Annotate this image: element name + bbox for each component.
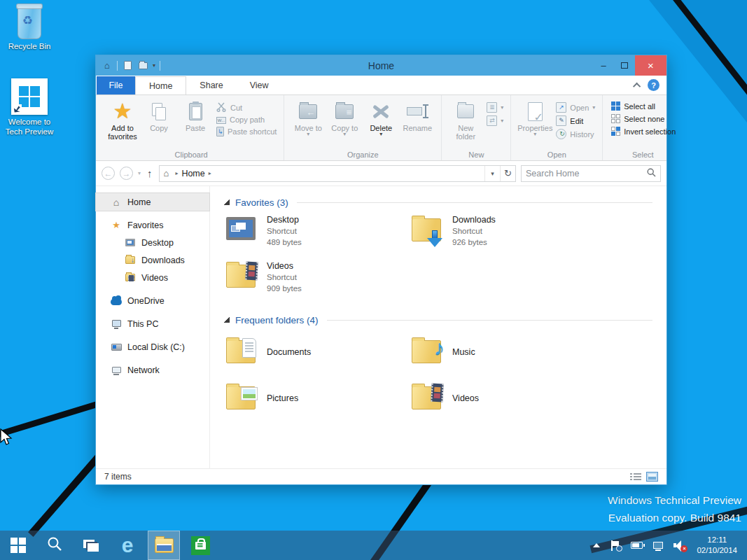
easy-access-button[interactable]: ⇄ ▾ bbox=[487, 115, 503, 126]
sidebar-item-onedrive[interactable]: OneDrive bbox=[96, 292, 209, 309]
tab-file[interactable]: File bbox=[97, 76, 135, 94]
sidebar-item-favorites[interactable]: ★ Favorites bbox=[96, 216, 209, 234]
copy-path-button[interactable]: W... Copy path bbox=[216, 115, 277, 124]
group-label-new: New bbox=[442, 150, 510, 159]
home-icon: ⌂ bbox=[111, 197, 122, 208]
collapse-triangle-icon[interactable] bbox=[224, 317, 230, 323]
battery-icon[interactable] bbox=[631, 542, 643, 549]
tile-pictures[interactable]: Pictures bbox=[225, 378, 411, 419]
forward-button[interactable]: → bbox=[120, 167, 133, 180]
recent-locations-caret-icon[interactable]: ▾ bbox=[138, 170, 141, 176]
details-view-button[interactable] bbox=[630, 472, 642, 482]
add-to-favorites-button[interactable]: ★ Add to favorites bbox=[104, 99, 141, 141]
ribbon-group-clipboard: ★ Add to favorites Copy Paste bbox=[99, 95, 284, 160]
minimize-ribbon-icon[interactable] bbox=[633, 82, 641, 90]
music-note-icon: ♪ bbox=[434, 336, 445, 360]
window-title: Home bbox=[96, 60, 666, 71]
copy-button[interactable]: Copy bbox=[141, 99, 177, 132]
volume-muted-icon[interactable]: × bbox=[673, 540, 686, 551]
welcome-tech-preview-desktop-icon[interactable]: Welcome to Tech Preview bbox=[1, 78, 57, 136]
open-button[interactable]: ↗ Open ▾ bbox=[556, 102, 595, 113]
properties-button[interactable]: Properties ▾ bbox=[517, 99, 553, 136]
select-all-button[interactable]: Select all bbox=[611, 102, 676, 111]
new-item-button[interactable]: ≣ ▾ bbox=[487, 102, 503, 113]
downloads-shortcut-icon bbox=[411, 214, 444, 247]
history-button[interactable]: ↻ History bbox=[556, 129, 595, 139]
address-bar[interactable]: ⌂ ▸ Home ▸ ▾ ↻ bbox=[159, 165, 516, 182]
address-dropdown-caret-icon[interactable]: ▾ bbox=[484, 166, 500, 181]
tile-desktop[interactable]: Desktop Shortcut 489 bytes bbox=[225, 214, 411, 255]
paste-shortcut-button[interactable]: Paste shortcut bbox=[216, 127, 277, 136]
easy-access-icon: ⇄ bbox=[487, 115, 497, 126]
tab-home[interactable]: Home bbox=[135, 76, 186, 94]
search-input[interactable] bbox=[526, 169, 647, 178]
group-label-organize: Organize bbox=[284, 150, 441, 159]
edit-button[interactable]: ✎ Edit bbox=[556, 115, 595, 126]
sidebar-item-this-pc[interactable]: This PC bbox=[96, 315, 209, 332]
breadcrumb-arrow-icon[interactable]: ▸ bbox=[175, 170, 178, 176]
rename-icon bbox=[407, 104, 428, 118]
sidebar-item-home[interactable]: ⌂ Home bbox=[96, 193, 209, 211]
minimize-button[interactable]: – bbox=[593, 55, 614, 76]
breadcrumb-home[interactable]: Home bbox=[181, 169, 204, 178]
recycle-bin-desktop-icon[interactable]: ♻ Recycle Bin bbox=[1, 6, 57, 51]
show-hidden-icons-button[interactable] bbox=[593, 543, 600, 547]
new-item-icon: ≣ bbox=[487, 102, 497, 113]
file-explorer-button[interactable] bbox=[148, 531, 180, 560]
task-view-button[interactable] bbox=[73, 531, 109, 560]
network-tray-icon[interactable] bbox=[653, 542, 663, 549]
new-folder-icon bbox=[457, 104, 474, 118]
tab-share[interactable]: Share bbox=[186, 76, 236, 94]
breadcrumb-arrow-icon[interactable]: ▸ bbox=[209, 170, 211, 176]
qat-properties-icon[interactable] bbox=[122, 60, 133, 71]
move-to-button[interactable]: ← Move to ▾ bbox=[290, 99, 326, 136]
sidebar-item-local-disk[interactable]: Local Disk (C:) bbox=[96, 338, 209, 356]
maximize-button[interactable] bbox=[614, 55, 635, 76]
action-center-flag-icon[interactable] bbox=[610, 540, 620, 551]
paste-button[interactable]: Paste bbox=[177, 99, 214, 132]
copy-to-button[interactable]: ≡ Copy to ▾ bbox=[326, 99, 363, 136]
back-button[interactable]: ← bbox=[102, 167, 115, 180]
sidebar-item-network[interactable]: Network bbox=[96, 361, 209, 379]
titlebar[interactable]: ⌂ ▾ Home – × bbox=[96, 55, 666, 76]
store-button[interactable] bbox=[182, 531, 218, 560]
tab-view[interactable]: View bbox=[237, 76, 282, 94]
explorer-home-icon[interactable]: ⌂ bbox=[102, 60, 113, 71]
start-button[interactable] bbox=[0, 531, 36, 560]
tile-documents[interactable]: Documents bbox=[225, 332, 411, 372]
search-icon[interactable] bbox=[647, 167, 656, 180]
section-header-frequent-folders[interactable]: Frequent folders (4) bbox=[224, 312, 659, 328]
tile-videos[interactable]: Videos Shortcut 909 bytes bbox=[225, 260, 411, 301]
items-count: 7 items bbox=[104, 472, 132, 482]
local-disk-icon bbox=[111, 344, 122, 351]
tile-downloads[interactable]: Downloads Shortcut 926 bytes bbox=[411, 214, 596, 255]
taskbar-search-button[interactable] bbox=[36, 531, 73, 560]
delete-button[interactable]: Delete ▾ bbox=[363, 99, 399, 136]
sidebar-item-desktop[interactable]: Desktop bbox=[96, 234, 209, 251]
invert-selection-button[interactable]: Invert selection bbox=[611, 127, 676, 136]
taskbar-clock[interactable]: 12:11 02/10/2014 bbox=[697, 535, 740, 556]
task-view-icon bbox=[83, 540, 99, 552]
videos-folder-icon bbox=[125, 274, 136, 281]
up-button[interactable]: ↑ bbox=[147, 167, 153, 179]
qat-new-folder-icon[interactable] bbox=[137, 60, 148, 71]
help-icon[interactable]: ? bbox=[648, 79, 659, 91]
rename-button[interactable]: Rename bbox=[399, 99, 435, 132]
close-button[interactable]: × bbox=[635, 55, 666, 76]
internet-explorer-button[interactable]: e bbox=[109, 531, 146, 560]
tile-videos-folder[interactable]: Videos bbox=[411, 378, 596, 419]
refresh-button[interactable]: ↻ bbox=[500, 166, 515, 181]
cut-button[interactable]: Cut bbox=[216, 102, 277, 113]
collapse-triangle-icon[interactable] bbox=[224, 200, 230, 205]
qat-customize-caret-icon[interactable]: ▾ bbox=[153, 64, 155, 68]
recycle-glyph-icon: ♻ bbox=[22, 13, 33, 28]
new-folder-button[interactable]: New folder bbox=[447, 99, 484, 141]
sidebar-item-downloads[interactable]: Downloads bbox=[96, 251, 209, 269]
large-icons-view-button[interactable] bbox=[646, 472, 658, 482]
select-none-button[interactable]: Select none bbox=[611, 114, 676, 123]
sidebar-item-videos[interactable]: Videos bbox=[96, 269, 209, 286]
section-header-favorites[interactable]: Favorites (3) bbox=[224, 195, 659, 210]
tile-music[interactable]: ♪ Music bbox=[411, 332, 596, 372]
breadcrumb-home-icon[interactable]: ⌂ bbox=[164, 168, 169, 178]
ribbon-tab-row: File Home Share View ? bbox=[96, 76, 666, 94]
